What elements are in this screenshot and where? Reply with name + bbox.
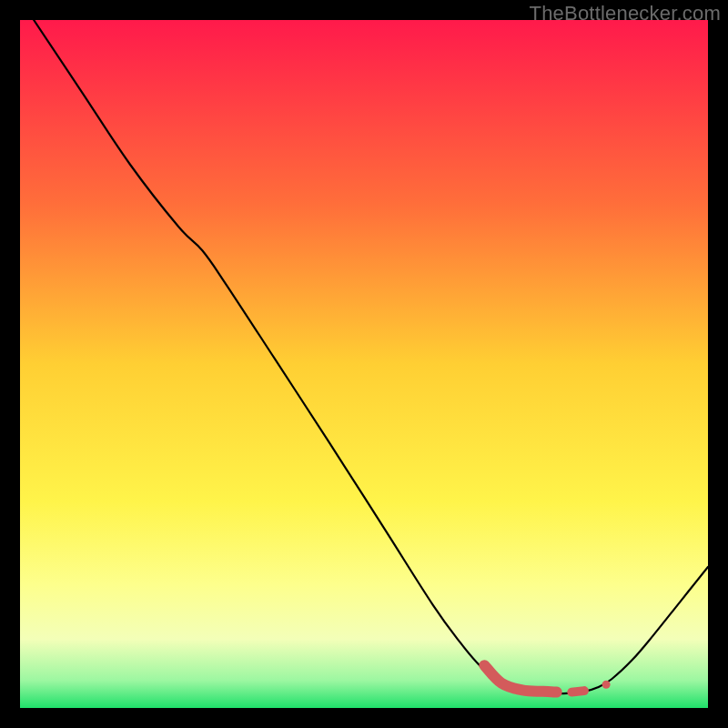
chart-frame <box>20 20 708 708</box>
recommended-dot <box>602 681 611 689</box>
gradient-background <box>20 20 708 708</box>
bottleneck-chart <box>20 20 708 708</box>
recommended-dash-1 <box>571 691 584 693</box>
watermark-text: TheBottlenecker.com <box>530 2 721 25</box>
